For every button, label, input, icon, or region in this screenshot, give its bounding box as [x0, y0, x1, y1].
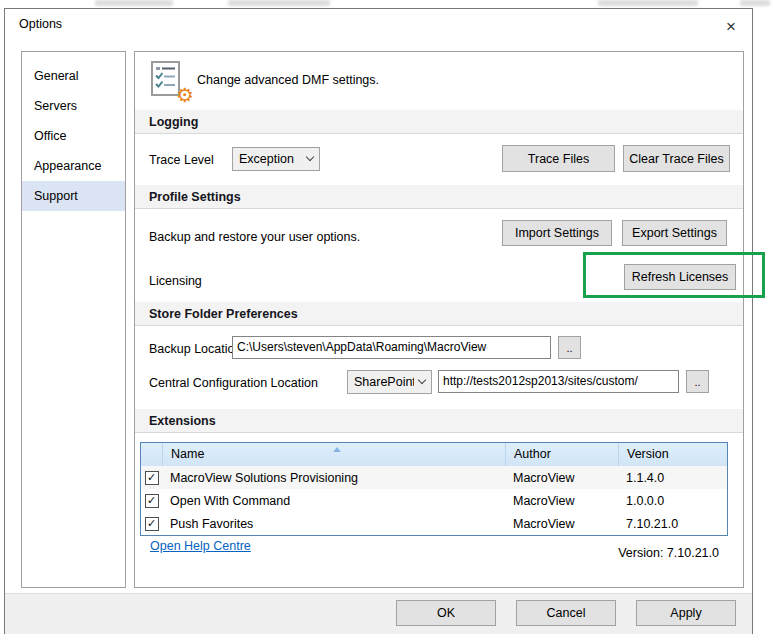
backup-location-browse-button[interactable]: ..: [558, 336, 581, 359]
section-header-extensions: Extensions: [135, 409, 743, 433]
check-icon: ✓: [147, 494, 156, 507]
central-config-label: Central Configuration Location: [149, 374, 318, 392]
apply-button[interactable]: Apply: [636, 600, 736, 626]
support-settings-panel: ⚙ Change advanced DMF settings. Logging …: [134, 51, 744, 588]
trace-level-label: Trace Level: [149, 151, 214, 169]
extension-author: MacroView: [505, 494, 618, 508]
backup-restore-label: Backup and restore your user options.: [149, 228, 360, 246]
ok-button[interactable]: OK: [396, 600, 496, 626]
cancel-button[interactable]: Cancel: [516, 600, 616, 626]
extension-name: MacroView Solutions Provisioning: [162, 471, 505, 485]
close-icon[interactable]: ×: [716, 13, 746, 40]
check-icon: ✓: [147, 517, 156, 530]
sidebar-item-appearance[interactable]: Appearance: [22, 151, 125, 181]
background-window-artifact: [740, 0, 770, 6]
open-help-centre-link[interactable]: Open Help Centre: [150, 539, 251, 553]
extension-name: Push Favorites: [162, 517, 505, 531]
background-window-artifact: [95, 0, 173, 6]
extension-checkbox[interactable]: ✓: [145, 471, 159, 485]
trace-level-dropdown[interactable]: Exception: [232, 147, 320, 171]
central-config-url-input[interactable]: http://tests2012sp2013/sites/custom/: [438, 370, 679, 393]
chevron-down-icon: [306, 153, 314, 161]
sidebar-item-servers[interactable]: Servers: [22, 91, 125, 121]
export-settings-button[interactable]: Export Settings: [622, 220, 727, 246]
background-window-artifact: [598, 0, 698, 6]
extension-version: 1.1.4.0: [618, 471, 727, 485]
trace-files-button[interactable]: Trace Files: [502, 145, 615, 172]
version-column-header[interactable]: Version: [618, 443, 727, 466]
central-config-type-value: SharePoint: [354, 375, 414, 389]
extensions-table: Name Author Version ✓ MacroView Solution…: [140, 442, 728, 536]
sidebar-nav: General Servers Office Appearance Suppor…: [21, 51, 126, 588]
backup-location-input[interactable]: C:\Users\steven\AppData\Roaming\MacroVie…: [232, 336, 551, 359]
section-header-logging: Logging: [135, 110, 743, 134]
profile-settings-title: Profile Settings: [149, 190, 241, 204]
window-title: Options: [19, 17, 62, 31]
version-label: Version: 7.10.21.0: [618, 546, 719, 560]
store-folder-title: Store Folder Preferences: [149, 307, 298, 321]
extension-name: Open With Command: [162, 494, 505, 508]
extension-checkbox[interactable]: ✓: [145, 494, 159, 508]
extensions-title: Extensions: [149, 414, 216, 428]
title-bar: Options ×: [5, 9, 752, 43]
panel-description: Change advanced DMF settings.: [197, 73, 379, 87]
extension-author: MacroView: [505, 471, 618, 485]
gear-icon: ⚙: [176, 85, 194, 105]
checkbox-column-header[interactable]: [141, 443, 162, 466]
sidebar-item-support[interactable]: Support: [22, 181, 125, 211]
sort-ascending-icon: [333, 447, 341, 452]
section-header-store-folder: Store Folder Preferences: [135, 302, 743, 326]
central-config-browse-button[interactable]: ..: [686, 370, 709, 393]
extension-version: 1.0.0.0: [618, 494, 727, 508]
extensions-table-header: Name Author Version: [141, 443, 727, 466]
table-row-push-favorites[interactable]: ✓ Push Favorites MacroView 7.10.21.0: [141, 512, 727, 535]
table-row-open-with-command[interactable]: ✓ Open With Command MacroView 1.0.0.0: [141, 489, 727, 512]
extension-author: MacroView: [505, 517, 618, 531]
dialog-footer: OK Cancel Apply: [5, 593, 752, 634]
author-column-header[interactable]: Author: [505, 443, 618, 466]
extension-version: 7.10.21.0: [618, 517, 727, 531]
table-row-macroview-solutions[interactable]: ✓ MacroView Solutions Provisioning Macro…: [141, 466, 727, 489]
background-window-artifact: [228, 0, 330, 6]
licensing-label: Licensing: [149, 272, 202, 290]
screen-background: Options × General Servers Office Appeara…: [0, 0, 773, 641]
options-dialog-window: Options × General Servers Office Appeara…: [4, 8, 753, 634]
extension-checkbox[interactable]: ✓: [145, 517, 159, 531]
clear-trace-files-button[interactable]: Clear Trace Files: [623, 145, 730, 172]
backup-location-label: Backup Location: [149, 340, 241, 358]
sidebar-item-general[interactable]: General: [22, 61, 125, 91]
sidebar-item-office[interactable]: Office: [22, 121, 125, 151]
logging-title: Logging: [149, 115, 198, 129]
import-settings-button[interactable]: Import Settings: [502, 220, 612, 246]
dmf-settings-checklist-icon: ⚙: [149, 60, 189, 100]
refresh-licenses-button[interactable]: Refresh Licenses: [624, 264, 736, 290]
central-config-type-dropdown[interactable]: SharePoint: [347, 370, 432, 394]
check-icon: ✓: [147, 471, 156, 484]
chevron-down-icon: [418, 376, 426, 384]
section-header-profile-settings: Profile Settings: [135, 185, 743, 209]
trace-level-value: Exception: [239, 152, 302, 166]
